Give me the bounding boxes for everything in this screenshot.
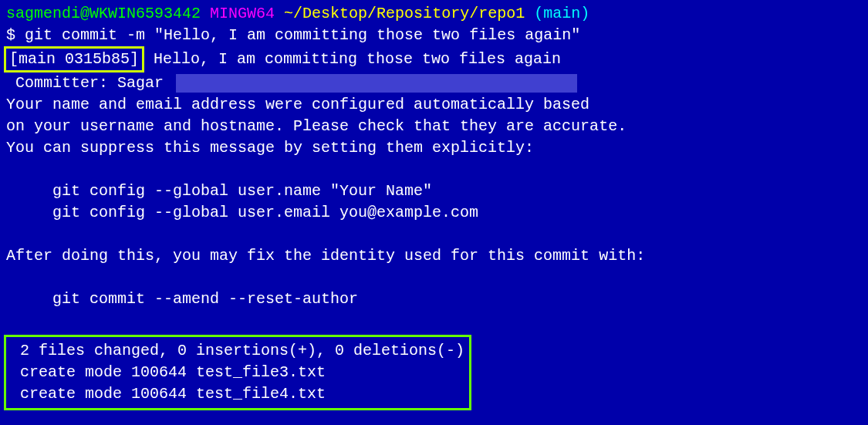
blank-line-1 (6, 159, 862, 180)
summary-highlight: 2 files changed, 0 insertions(+), 0 dele… (4, 335, 471, 410)
info-line-2: on your username and hostname. Please ch… (6, 116, 862, 137)
info-line-3: You can suppress this message by setting… (6, 137, 862, 159)
summary-line-3: create mode 100644 test_file4.txt (11, 383, 464, 405)
prompt-dollar: $ (6, 26, 15, 44)
prompt-branch: (main) (534, 5, 589, 22)
prompt-user: sagmendi@WKWIN6593442 (6, 5, 201, 22)
config-line-1: git config --global user.name "Your Name… (6, 180, 862, 202)
committer-label: Committer: Sagar (6, 74, 173, 92)
config-line-2: git config --global user.email you@examp… (6, 202, 862, 224)
amend-line: git commit --amend --reset-author (6, 288, 862, 310)
redacted-block (176, 74, 577, 93)
commit-result-line: [main 0315b85] Hello, I am committing th… (6, 46, 862, 73)
blank-line-3 (6, 267, 862, 288)
command-text: git commit -m "Hello, I am committing th… (25, 26, 580, 44)
blank-line-2 (6, 224, 862, 245)
command-line[interactable]: $ git commit -m "Hello, I am committing … (6, 25, 862, 46)
prompt-path: ~/Desktop/Repository/repo1 (284, 5, 525, 22)
info-line-4: After doing this, you may fix the identi… (6, 245, 862, 267)
committer-line: Committer: Sagar (6, 73, 862, 94)
info-line-1: Your name and email address were configu… (6, 94, 862, 116)
terminal-output: sagmendi@WKWIN6593442 MINGW64 ~/Desktop/… (6, 3, 862, 410)
summary-line-1: 2 files changed, 0 insertions(+), 0 dele… (11, 340, 464, 362)
summary-line-2: create mode 100644 test_file3.txt (11, 362, 464, 383)
prompt-mingw: MINGW64 (210, 5, 275, 22)
commit-message: Hello, I am committing those two files a… (144, 50, 561, 68)
commit-ref-highlight: [main 0315b85] (4, 46, 144, 73)
prompt-line: sagmendi@WKWIN6593442 MINGW64 ~/Desktop/… (6, 3, 862, 25)
blank-line-4 (6, 310, 862, 332)
